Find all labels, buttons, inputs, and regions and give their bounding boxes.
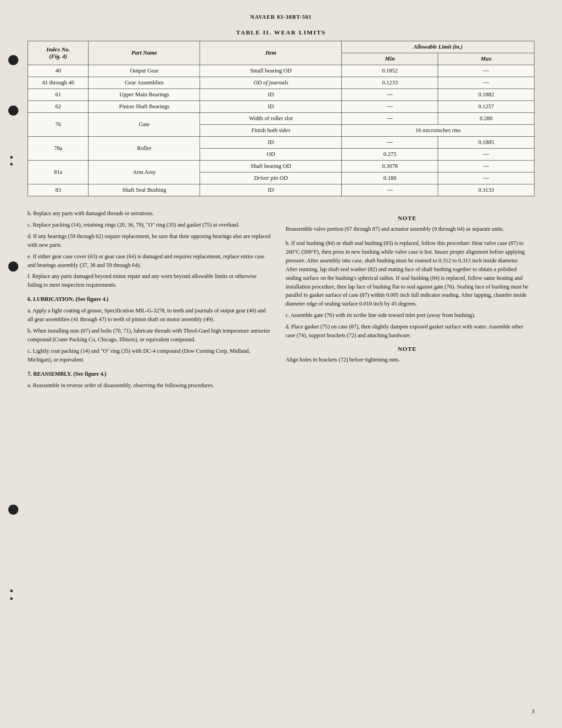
col-header-part: Part Name [89,41,200,65]
part-cell: Shaft Seal Bushing [89,184,200,196]
section-6c: c. Lightly coat packing (14) and "O" rin… [28,347,271,364]
section-b: b. Replace any parts with damaged thread… [28,209,271,218]
min-cell: --- [342,137,438,149]
min-cell: 0.275 [342,149,438,161]
max-cell: --- [438,172,534,184]
section-7a: a. Reassemble in reverse order of disass… [28,381,271,390]
wear-limits-table: Index No.(Fig. 4) Part Name Item Allowab… [28,41,534,196]
table-row: 78a Roller ID --- 0.1885 [28,137,534,149]
part-cell: Gate [89,113,200,137]
small-dot-4 [10,597,13,600]
item-cell: ID [200,137,342,149]
col-header-index: Index No.(Fig. 4) [28,41,89,65]
max-cell: 0.1257 [438,101,534,113]
max-label: Max [481,56,492,62]
item-cell: OD of journals [200,77,342,89]
item-cell: Driver pin OD [200,172,342,184]
section-6-heading: 6. LUBRICATION. (See figure 4.) [28,295,271,304]
dot-marker-4 [8,505,18,515]
section-7-heading: 7. REASSEMBLY. (See figure 4.) [28,370,271,378]
section-f: f. Replace any parts damaged beyond mino… [28,272,271,289]
table-row: 83 Shaft Seal Bushing ID --- 0.3133 [28,184,534,196]
index-label: Index No.(Fig. 4) [46,46,70,60]
col-header-min: Min [342,53,438,65]
item-cell: ID [200,89,342,101]
index-cell: 76 [28,113,89,137]
right-column: NOTE Reassemble valve portion (67 throug… [285,209,529,392]
index-cell: 83 [28,184,89,196]
max-cell: 0.3133 [438,184,534,196]
page-number: 3 [532,708,535,715]
max-cell: --- [438,149,534,161]
min-cell: 0.188 [342,172,438,184]
dot-marker-2 [8,106,18,116]
min-cell: --- [342,184,438,196]
section-e: e. If either gear case cover (63) or gea… [28,252,271,270]
part-cell: Upper Main Bearings [89,89,200,101]
min-cell: 0.3078 [342,161,438,172]
table-row: 81a Arm Assy Shaft bearing OD 0.3078 --- [28,161,534,172]
min-cell: 0.1852 [342,65,438,77]
small-dot-1 [10,156,13,159]
max-cell: --- [438,161,534,172]
max-cell: 0.280 [438,113,534,125]
page-header: NAVAER 03-30BT-501 [28,14,534,21]
min-label: Min [385,56,395,62]
item-cell: Small bearing OD [200,65,342,77]
index-cell: 40 [28,65,89,77]
part-name-label: Part Name [131,50,157,56]
small-dot-2 [10,163,13,166]
index-cell: 78a [28,137,89,161]
index-cell: 61 [28,89,89,101]
col-header-item: Item [200,41,342,65]
part-cell: Arm Assy [89,161,200,184]
table-row: 62 Pinion Shaft Bearings ID --- 0.1257 [28,101,534,113]
table-row: 40 Output Gear Small bearing OD 0.1852 -… [28,65,534,77]
section-d: d. If any bearings (59 through 62) requi… [28,232,271,250]
section-6a: a. Apply a light coating of grease, Spec… [28,306,271,324]
dot-marker-1 [8,55,18,65]
max-cell: --- [438,77,534,89]
right-section-b: b. If seal bushing (84) or shaft seal bu… [285,239,529,308]
col-header-max: Max [438,53,534,65]
note-label-1: NOTE [285,214,529,223]
part-cell: Roller [89,137,200,161]
allowable-label: Allowable Limit (in.) [413,44,462,50]
item-cell: ID [200,184,342,196]
note-label-2: NOTE [285,345,529,354]
max-cell: 0.1882 [438,89,534,101]
small-dot-3 [10,589,13,592]
part-cell: Gear Assemblies [89,77,200,89]
col-header-allowable: Allowable Limit (in.) [342,41,534,53]
content-area: b. Replace any parts with damaged thread… [28,209,534,392]
table-row: 41 through 46 Gear Assemblies OD of jour… [28,77,534,89]
item-label: Item [266,50,277,56]
item-cell: Shaft bearing OD [200,161,342,172]
item-cell: Finish both sides [200,125,342,137]
max-cell: 0.1885 [438,137,534,149]
dot-marker-3 [8,261,18,272]
max-cell: --- [438,65,534,77]
table-title: TABLE II. WEAR LIMITS [28,29,534,36]
index-cell: 62 [28,101,89,113]
index-cell: 81a [28,161,89,184]
item-cell: ID [200,101,342,113]
section-6b: b. When installing nuts (67) and bolts (… [28,327,271,344]
table-row: 61 Upper Main Bearings ID --- 0.1882 [28,89,534,101]
min-cell: --- [342,101,438,113]
left-column: b. Replace any parts with damaged thread… [28,209,271,392]
min-cell: --- [342,113,438,125]
note-block-2: Align holes in brackets (72) before tigh… [285,356,529,364]
right-section-c: c. Assemble gate (76) with its scribe li… [285,311,529,320]
part-cell: Output Gear [89,65,200,77]
note-block-1: Reassemble valve portion (67 through 87)… [285,225,529,233]
min-cell: --- [342,89,438,101]
section-c: c. Replace packing (14), retaining rings… [28,221,271,229]
header-title: NAVAER 03-30BT-501 [250,14,312,20]
index-cell: 41 through 46 [28,77,89,89]
min-cell: 0.1233 [342,77,438,89]
span-cell: 16 microinches rms [342,125,534,137]
item-cell: OD [200,149,342,161]
part-cell: Pinion Shaft Bearings [89,101,200,113]
table-row: 76 Gate Width of roller slot --- 0.280 [28,113,534,125]
